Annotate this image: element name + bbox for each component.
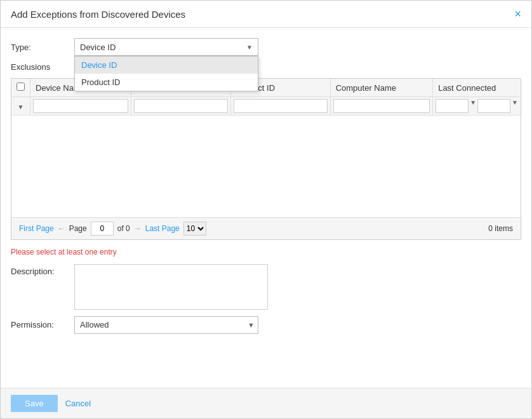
empty-cell [11, 116, 521, 217]
type-row: Type: Device ID ▼ Device ID Product ID [11, 38, 521, 56]
description-row: Description: [11, 264, 521, 310]
type-dropdown-button[interactable]: Device ID ▼ [74, 38, 258, 56]
col-last-connected: Last Connected [433, 79, 521, 97]
checkbox-header [11, 79, 30, 97]
left-arrow-icon: ← [58, 224, 65, 233]
last-page-button[interactable]: Last Page [145, 224, 180, 233]
filter-product-id-cell [230, 97, 330, 116]
of-label: of 0 [117, 224, 130, 233]
type-option-product-id[interactable]: Product ID [75, 74, 258, 91]
dialog-footer: Save Cancel [1, 388, 531, 418]
permission-select-wrapper: Allowed Blocked ▼ [74, 316, 258, 334]
type-selected-value: Device ID [80, 43, 116, 52]
description-textarea[interactable] [74, 264, 268, 310]
pagination-row: First Page ← Page of 0 → Last Page 10 25… [11, 217, 521, 239]
dialog-header: Add Exceptions from Discovered Devices × [1, 1, 531, 28]
filter-product-id-input[interactable] [234, 99, 328, 113]
right-arrow-icon: → [134, 224, 142, 233]
filter-last-connected-to[interactable] [477, 99, 510, 113]
table-wrapper: Device Name Device ID Product ID Compute… [11, 79, 521, 217]
page-label: Page [69, 224, 87, 233]
type-dropdown-menu: Device ID Product ID [74, 56, 258, 91]
select-all-checkbox[interactable] [17, 83, 25, 91]
filter-chevron-icon: ▼ [18, 103, 24, 110]
type-option-device-id[interactable]: Device ID [75, 57, 258, 74]
empty-table-area [11, 116, 521, 217]
exclusions-table: Device Name Device ID Product ID Compute… [11, 79, 521, 217]
type-label: Type: [11, 43, 68, 52]
cancel-button[interactable]: Cancel [65, 399, 91, 408]
description-label: Description: [11, 264, 68, 276]
col-computer-name: Computer Name [330, 79, 433, 97]
type-dropdown-wrapper: Device ID ▼ Device ID Product ID [74, 38, 258, 56]
items-count: 0 items [488, 224, 513, 233]
page-number-input[interactable] [91, 222, 114, 236]
last-connected-chevron-icon: ▼ [470, 99, 476, 113]
filter-checkbox-cell: ▼ [11, 97, 30, 116]
validation-message: Please select at least one entry [11, 246, 521, 258]
type-chevron-icon: ▼ [246, 44, 253, 51]
first-page-button[interactable]: First Page [19, 224, 54, 233]
last-connected-filter-group: ▼ ▼ [436, 99, 518, 113]
filter-device-name-input[interactable] [33, 99, 128, 113]
close-button[interactable]: × [514, 8, 521, 20]
filter-computer-name-input[interactable] [333, 99, 430, 113]
filter-row: ▼ [11, 97, 521, 116]
last-connected-to-chevron-icon: ▼ [512, 99, 518, 113]
dialog-title: Add Exceptions from Discovered Devices [11, 9, 185, 20]
per-page-select[interactable]: 10 25 50 [183, 222, 206, 236]
filter-device-id-cell [131, 97, 230, 116]
dialog-body: Type: Device ID ▼ Device ID Product ID E… [1, 28, 531, 388]
exclusions-table-section: Device Name Device ID Product ID Compute… [11, 78, 521, 240]
filter-last-connected-cell: ▼ ▼ [433, 97, 521, 116]
save-button[interactable]: Save [11, 395, 58, 412]
permission-select[interactable]: Allowed Blocked [74, 316, 258, 334]
filter-last-connected-from[interactable] [436, 99, 469, 113]
filter-device-id-input[interactable] [134, 99, 227, 113]
filter-computer-name-cell [330, 97, 433, 116]
permission-row: Permission: Allowed Blocked ▼ [11, 316, 521, 334]
filter-device-name-cell [30, 97, 131, 116]
add-exceptions-dialog: Add Exceptions from Discovered Devices ×… [0, 0, 532, 419]
table-body [11, 116, 521, 217]
permission-label: Permission: [11, 320, 68, 329]
